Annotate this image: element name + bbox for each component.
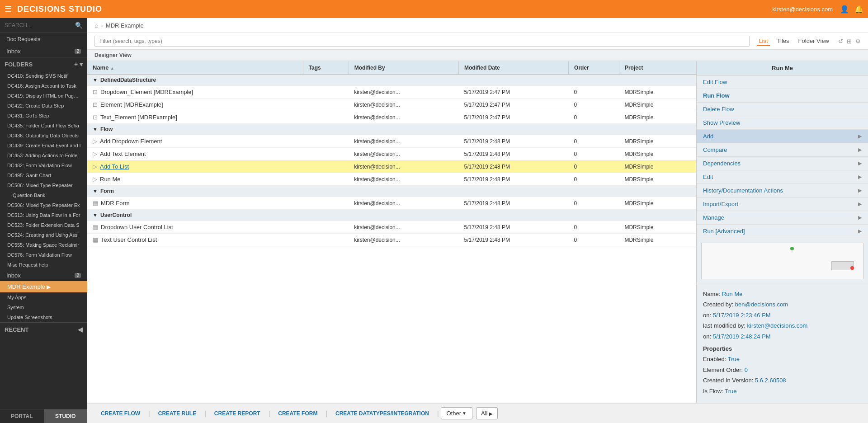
right-menu-item-importexport[interactable]: Import/Export▶: [697, 197, 868, 211]
sidebar-item-dc555[interactable]: DC555: Making Space Reclaimir: [0, 240, 87, 250]
right-menu-item-run-advanced[interactable]: Run [Advanced]▶: [697, 225, 868, 238]
row-tags: [303, 86, 349, 99]
right-menu-label: Edit: [703, 174, 713, 180]
create-datatypes-button[interactable]: CREATE DATATYPES/INTEGRATION: [329, 408, 435, 419]
tab-tiles[interactable]: Tiles: [775, 37, 791, 46]
sidebar-item-dc422[interactable]: DC422: Create Data Step: [0, 101, 87, 111]
row-modified-by: kirsten@decision...: [349, 234, 458, 246]
table-row[interactable]: ▦Text User Control List kirsten@decision…: [87, 234, 696, 246]
bell-icon[interactable]: 🔔: [854, 5, 863, 14]
row-name[interactable]: Add To List: [100, 163, 129, 170]
menu-icon[interactable]: ☰: [5, 4, 12, 14]
sidebar-item-mdr-example[interactable]: MDR Example ▶: [0, 281, 87, 292]
sidebar-item-inbox[interactable]: Inbox 2: [0, 46, 87, 57]
table-group-row[interactable]: ▼UserControl: [87, 210, 696, 221]
create-rule-button[interactable]: CREATE RULE: [152, 408, 203, 419]
sidebar-item-dc431[interactable]: DC431: GoTo Step: [0, 111, 87, 121]
right-menu-item-show-preview[interactable]: Show Preview: [697, 116, 868, 130]
data-table: Name ▲ Tags Modified By Modified Date Or…: [87, 61, 696, 246]
sidebar-item-dc436[interactable]: DC436: Outputting Data Objects: [0, 131, 87, 141]
sidebar-item-question-bank[interactable]: Question Bank: [0, 190, 87, 200]
create-flow-button[interactable]: CREATE FLOW: [94, 408, 146, 419]
col-name[interactable]: Name ▲: [87, 61, 303, 75]
sidebar-item-dc416[interactable]: DC416: Assign Account to Task: [0, 81, 87, 91]
sidebar-item-dc513[interactable]: DC513: Using Data Flow in a For: [0, 210, 87, 220]
right-menu-item-historydocumentation-actions[interactable]: History/Documentation Actions▶: [697, 184, 868, 197]
right-menu-item-run-flow[interactable]: Run Flow: [697, 89, 868, 103]
col-modified-date[interactable]: Modified Date: [459, 61, 569, 75]
sidebar-item-dc439[interactable]: DC439: Create Email Event and I: [0, 141, 87, 150]
right-menu-item-delete-flow[interactable]: Delete Flow: [697, 103, 868, 116]
recent-section-header[interactable]: RECENT ◀: [0, 322, 87, 336]
right-panel-title: Run Me: [697, 61, 868, 75]
sidebar-item-dc495[interactable]: DC495: Gantt Chart: [0, 170, 87, 180]
sidebar-item-update-screenshots[interactable]: Update Screenshots: [0, 312, 87, 322]
user-icon[interactable]: 👤: [840, 5, 849, 14]
sidebar-item-dc506ex[interactable]: DC506: Mixed Type Repeater Ex: [0, 200, 87, 210]
sidebar-item-dc576[interactable]: DC576: Form Validation Flow: [0, 250, 87, 260]
all-button[interactable]: All ▶: [476, 407, 498, 419]
create-report-button[interactable]: CREATE REPORT: [208, 408, 267, 419]
tab-studio[interactable]: STUDIO: [44, 409, 88, 423]
sidebar-item-dc506[interactable]: DC506: Mixed Type Repeater: [0, 180, 87, 190]
refresh-icon[interactable]: ↺: [838, 38, 843, 45]
sidebar-item-system[interactable]: System: [0, 302, 87, 312]
layout-icon[interactable]: ⊞: [847, 38, 852, 45]
table-row[interactable]: ⊡Dropdown_Element [MDRExample] kirsten@d…: [87, 86, 696, 99]
sidebar-item-inbox2[interactable]: Inbox 2: [0, 270, 87, 281]
metadata-element-order: Element Order: 0: [703, 366, 862, 375]
table-row[interactable]: ⊡Text_Element [MDRExample] kirsten@decis…: [87, 111, 696, 124]
right-menu-item-manage[interactable]: Manage▶: [697, 211, 868, 225]
top-header: ☰ DECISIONS STUDIO kirsten@decisions.com…: [0, 0, 868, 18]
table-row[interactable]: ▷Add To List kirsten@decision... 5/17/20…: [87, 160, 696, 173]
col-tags[interactable]: Tags: [303, 61, 349, 75]
row-modified-date: 5/17/2019 2:48 PM: [459, 135, 569, 148]
sidebar-item-misc[interactable]: Misc Request help: [0, 260, 87, 270]
sidebar-item-dc453[interactable]: DC453: Adding Actions to Folde: [0, 150, 87, 160]
table-row[interactable]: ▷Add Text Element kirsten@decision... 5/…: [87, 148, 696, 160]
add-folder-icon[interactable]: + ▾: [74, 61, 83, 68]
sidebar-item-dc523[interactable]: DC523: Folder Extension Data S: [0, 220, 87, 230]
settings-icon[interactable]: ⚙: [855, 38, 861, 45]
sidebar-item-dc482[interactable]: DC482: Form Validation Flow: [0, 160, 87, 170]
row-modified-by: kirsten@decision...: [349, 160, 458, 173]
tab-list[interactable]: List: [757, 37, 769, 46]
sep4: |: [326, 410, 327, 417]
table-row[interactable]: ⊡Element [MDRExample] kirsten@decision..…: [87, 99, 696, 111]
right-menu-item-add[interactable]: Add▶: [697, 130, 868, 143]
row-order: 0: [569, 197, 619, 210]
table-row[interactable]: ▷Add Dropdown Element kirsten@decision..…: [87, 135, 696, 148]
sidebar-item-dc419[interactable]: DC419: Display HTML on Page U: [0, 91, 87, 101]
breadcrumb-separator: ›: [101, 22, 103, 29]
create-form-button[interactable]: CREATE FORM: [272, 408, 324, 419]
table-group-row[interactable]: ▼DefinedDataStructure: [87, 75, 696, 86]
search-input[interactable]: [5, 22, 75, 28]
right-menu-item-edit-flow[interactable]: Edit Flow: [697, 75, 868, 89]
right-panel: Run Me Edit FlowRun FlowDelete FlowShow …: [696, 61, 868, 403]
col-order[interactable]: Order: [569, 61, 619, 75]
right-menu-item-compare[interactable]: Compare▶: [697, 143, 868, 157]
tab-folder-view[interactable]: Folder View: [797, 37, 831, 46]
main-layout: 🔍 Doc Requests Inbox 2 FOLDERS + ▾ DC410…: [0, 18, 868, 423]
home-icon[interactable]: ⌂: [94, 22, 98, 29]
filter-input[interactable]: [94, 36, 750, 47]
col-project[interactable]: Project: [619, 61, 696, 75]
sidebar-item-dc524[interactable]: DC524: Creating and Using Assi: [0, 230, 87, 240]
sidebar-item-dc435[interactable]: DC435: Folder Count Flow Beha: [0, 121, 87, 131]
tab-portal[interactable]: PORTAL: [0, 409, 44, 423]
table-row[interactable]: ▦MDR Form kirsten@decision... 5/17/2019 …: [87, 197, 696, 210]
other-dropdown[interactable]: Other ▼: [441, 407, 472, 419]
folders-section-header[interactable]: FOLDERS + ▾: [0, 57, 87, 71]
table-group-row[interactable]: ▼Flow: [87, 124, 696, 135]
right-menu-item-edit[interactable]: Edit▶: [697, 170, 868, 184]
right-menu-item-dependencies[interactable]: Dependencies▶: [697, 157, 868, 170]
col-modified-by[interactable]: Modified By: [349, 61, 458, 75]
sidebar-item-dc410[interactable]: DC410: Sending SMS Notifi: [0, 71, 87, 81]
table-group-row[interactable]: ▼Form: [87, 186, 696, 197]
sidebar-item-doc-requests[interactable]: Doc Requests: [0, 33, 87, 46]
collapse-recent-icon[interactable]: ◀: [78, 326, 83, 333]
table-row[interactable]: ▷Run Me kirsten@decision... 5/17/2019 2:…: [87, 173, 696, 186]
table-row[interactable]: ▦Dropdown User Control List kirsten@deci…: [87, 221, 696, 234]
sidebar-item-my-apps[interactable]: My Apps: [0, 292, 87, 302]
row-name: Element [MDRExample]: [100, 101, 163, 108]
